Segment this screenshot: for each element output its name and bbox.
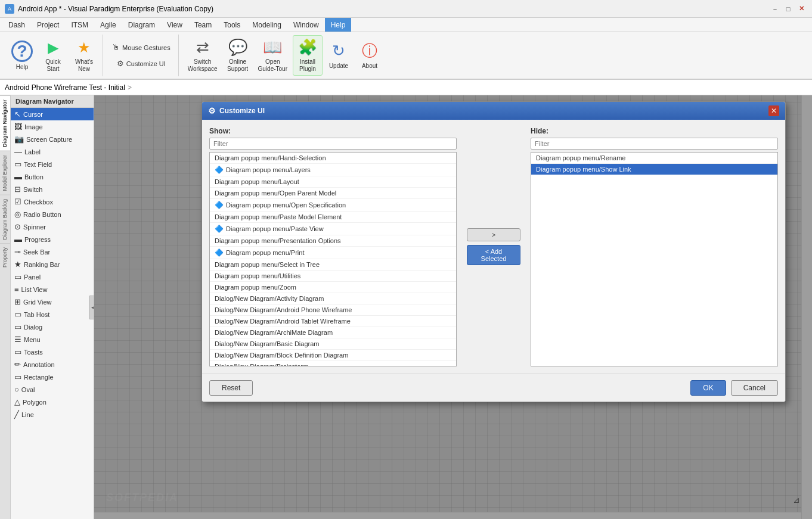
cancel-button[interactable]: Cancel bbox=[731, 380, 778, 396]
item-label: Dialog/New Diagram/Brainstorm bbox=[215, 363, 308, 366]
nav-item-dialog[interactable]: ▭ Dialog bbox=[11, 321, 94, 333]
ok-button[interactable]: OK bbox=[690, 380, 726, 396]
menu-tools[interactable]: Tools bbox=[218, 18, 246, 32]
nav-item-radio-button[interactable]: ◎ Radio Button bbox=[11, 208, 94, 220]
nav-item-menu[interactable]: ☰ Menu bbox=[11, 333, 94, 346]
nav-item-switch[interactable]: ⊟ Switch bbox=[11, 183, 94, 195]
hide-filter-input[interactable] bbox=[531, 138, 778, 150]
list-item[interactable]: Dialog/New Diagram/Android Tablet Wirefr… bbox=[210, 316, 456, 327]
minimize-button[interactable]: − bbox=[769, 3, 781, 15]
menu-window[interactable]: Window bbox=[287, 18, 325, 32]
rectangle-icon: ▭ bbox=[14, 372, 21, 381]
show-filter-input[interactable] bbox=[209, 138, 457, 150]
online-support-button[interactable]: 💬 OnlineSupport bbox=[223, 35, 253, 76]
tab-diagram-navigator[interactable]: Diagram Navigator bbox=[0, 95, 10, 151]
mouse-gestures-button[interactable]: 🖱 Mouse Gestures bbox=[108, 41, 175, 54]
switch-workspace-button[interactable]: ⇄ SwitchWorkspace bbox=[184, 35, 222, 76]
nav-switch-label: Switch bbox=[23, 186, 42, 193]
nav-item-image[interactable]: 🖼 Image bbox=[11, 120, 94, 133]
list-item[interactable]: Dialog/New Diagram/Brainstorm bbox=[210, 361, 456, 366]
nav-item-tab-host[interactable]: ▭ Tab Host bbox=[11, 308, 94, 321]
hide-list-item[interactable]: Diagram popup menu/Rename bbox=[531, 153, 777, 164]
tab-diagram-backlog[interactable]: Diagram Backlog bbox=[0, 195, 10, 244]
item-label: Dialog/New Diagram/Basic Diagram bbox=[215, 340, 319, 347]
nav-item-cursor[interactable]: ↖ Cursor bbox=[11, 108, 94, 120]
list-item[interactable]: 🔷 Diagram popup menu/Paste View bbox=[210, 223, 456, 235]
list-item[interactable]: Diagram popup menu/Utilities bbox=[210, 271, 456, 282]
nav-item-panel[interactable]: ▭ Panel bbox=[11, 271, 94, 283]
main-area: Diagram Navigator Model Explorer Diagram… bbox=[0, 95, 812, 519]
item-label: Dialog/New Diagram/Android Tablet Wirefr… bbox=[215, 318, 351, 325]
list-item[interactable]: Dialog/New Diagram/Basic Diagram bbox=[210, 338, 456, 350]
tab-property[interactable]: Property bbox=[0, 243, 10, 271]
whats-new-button[interactable]: ★ What'sNew bbox=[69, 35, 99, 76]
update-button[interactable]: ↻ Update bbox=[324, 35, 354, 76]
update-label: Update bbox=[329, 63, 348, 70]
hide-list-item-selected[interactable]: Diagram popup menu/Show Link bbox=[531, 164, 777, 175]
nav-item-annotation[interactable]: ✏ Annotation bbox=[11, 358, 94, 371]
nav-item-progress[interactable]: ▬ Progress bbox=[11, 233, 94, 245]
item-label: Diagram popup menu/Paste View bbox=[226, 225, 324, 232]
list-item[interactable]: 🔷 Diagram popup menu/Layers bbox=[210, 164, 456, 176]
nav-item-label[interactable]: — Label bbox=[11, 145, 94, 158]
menu-diagram[interactable]: Diagram bbox=[122, 18, 161, 32]
install-plugin-button[interactable]: 🧩 InstallPlugin bbox=[293, 35, 323, 76]
reset-button[interactable]: Reset bbox=[209, 380, 253, 396]
add-selected-button[interactable]: < Add Selected bbox=[467, 245, 520, 265]
menu-team[interactable]: Team bbox=[188, 18, 218, 32]
modal-close-button[interactable]: ✕ bbox=[768, 105, 779, 116]
open-guide-tour-button[interactable]: 📖 OpenGuide-Tour bbox=[254, 35, 292, 76]
nav-item-seek-bar[interactable]: ⊸ Seek Bar bbox=[11, 245, 94, 258]
quick-start-button[interactable]: ▶ QuickStart bbox=[38, 35, 68, 76]
footer-spacer bbox=[258, 380, 686, 396]
list-item[interactable]: Diagram popup menu/Presentation Options bbox=[210, 235, 456, 247]
nav-item-button[interactable]: ▬ Button bbox=[11, 170, 94, 183]
nav-item-spinner[interactable]: ⊙ Spinner bbox=[11, 220, 94, 233]
menu-project[interactable]: Project bbox=[31, 18, 65, 32]
menu-help[interactable]: Help bbox=[325, 18, 352, 32]
close-button[interactable]: ✕ bbox=[795, 3, 807, 15]
list-item[interactable]: Dialog/New Diagram/Android Phone Wirefra… bbox=[210, 304, 456, 316]
tab-model-explorer[interactable]: Model Explorer bbox=[0, 151, 10, 195]
list-item[interactable]: Diagram popup menu/Open Parent Model bbox=[210, 188, 456, 199]
nav-item-toasts[interactable]: ▭ Toasts bbox=[11, 346, 94, 358]
nav-item-screen-capture[interactable]: 📷 Screen Capture bbox=[11, 133, 94, 145]
window-controls: − □ ✕ bbox=[769, 3, 807, 15]
list-item[interactable]: Diagram popup menu/Paste Model Element bbox=[210, 212, 456, 223]
nav-item-list-view[interactable]: ≡ List View bbox=[11, 283, 94, 296]
list-item[interactable]: Diagram popup menu/Zoom bbox=[210, 282, 456, 293]
nav-item-text-field[interactable]: ▭ Text Field bbox=[11, 158, 94, 170]
list-item[interactable]: Diagram popup menu/Handi-Selection bbox=[210, 153, 456, 164]
nav-image-label: Image bbox=[24, 123, 43, 130]
about-button[interactable]: ⓘ About bbox=[355, 35, 385, 76]
list-item[interactable]: Dialog/New Diagram/ArchiMate Diagram bbox=[210, 327, 456, 338]
list-item[interactable]: Diagram popup menu/Select in Tree bbox=[210, 259, 456, 271]
help-button[interactable]: ? Help bbox=[7, 35, 37, 76]
menu-modeling[interactable]: Modeling bbox=[246, 18, 287, 32]
list-item[interactable]: 🔷 Diagram popup menu/Print bbox=[210, 247, 456, 259]
nav-cursor-label: Cursor bbox=[23, 111, 43, 118]
nav-polygon-label: Polygon bbox=[23, 399, 47, 406]
list-item[interactable]: Diagram popup menu/Layout bbox=[210, 176, 456, 188]
list-item[interactable]: 🔷 Diagram popup menu/Open Specification bbox=[210, 199, 456, 212]
nav-item-ranking-bar[interactable]: ★ Ranking Bar bbox=[11, 258, 94, 271]
menu-agile[interactable]: Agile bbox=[94, 18, 122, 32]
nav-item-line[interactable]: ╱ Line bbox=[11, 408, 94, 421]
nav-item-polygon[interactable]: △ Polygon bbox=[11, 396, 94, 408]
nav-item-checkbox[interactable]: ☑ Checkbox bbox=[11, 195, 94, 208]
move-right-button[interactable]: > bbox=[467, 228, 520, 241]
list-item[interactable]: Dialog/New Diagram/Activity Diagram bbox=[210, 293, 456, 304]
menu-view[interactable]: View bbox=[161, 18, 188, 32]
collapse-sidebar-button[interactable]: ◀ bbox=[89, 296, 94, 319]
nav-item-rectangle[interactable]: ▭ Rectangle bbox=[11, 371, 94, 383]
list-item[interactable]: Dialog/New Diagram/Block Definition Diag… bbox=[210, 350, 456, 361]
menu-itsm[interactable]: ITSM bbox=[65, 18, 94, 32]
nav-item-oval[interactable]: ○ Oval bbox=[11, 383, 94, 396]
toolbar-group-workspace: ⇄ SwitchWorkspace 💬 OnlineSupport 📖 Open… bbox=[180, 35, 388, 76]
restore-button[interactable]: □ bbox=[782, 3, 794, 15]
customize-ui-button[interactable]: ⚙ Customize UI bbox=[113, 57, 170, 70]
menu-dash[interactable]: Dash bbox=[2, 18, 31, 32]
mouse-gestures-icon: 🖱 bbox=[112, 43, 120, 52]
online-support-icon: 💬 bbox=[228, 38, 247, 57]
nav-item-grid-view[interactable]: ⊞ Grid View bbox=[11, 296, 94, 308]
